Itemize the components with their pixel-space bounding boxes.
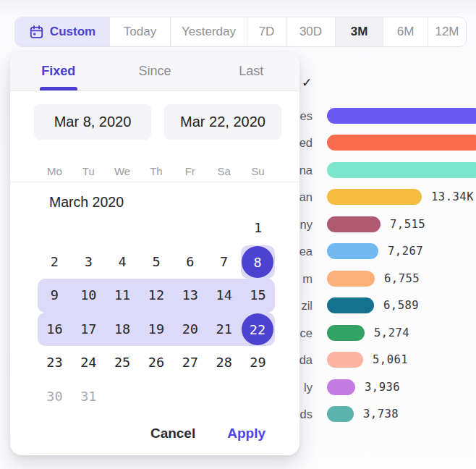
day-cell-14[interactable]: 14 <box>207 279 241 313</box>
day-cell-26[interactable]: 26 <box>140 346 174 380</box>
check-icon: ✓ <box>302 75 312 90</box>
day-cell-6[interactable]: 6 <box>173 245 207 279</box>
day-cell-3[interactable]: 3 <box>72 245 106 279</box>
day-cell-18[interactable]: 18 <box>106 313 140 347</box>
day-cell-24[interactable]: 24 <box>72 346 106 380</box>
day-cell-13[interactable]: 13 <box>173 279 207 313</box>
calendar-week-row: 3031 <box>38 380 275 414</box>
chart-bar <box>327 271 375 287</box>
empty-day-cell <box>173 380 207 414</box>
day-cell-15[interactable]: 15 <box>241 279 275 313</box>
day-cell-29[interactable]: 29 <box>241 346 275 380</box>
chart-bar <box>327 325 365 341</box>
day-cell-5[interactable]: 5 <box>140 245 174 279</box>
day-cell-12[interactable]: 12 <box>140 279 174 313</box>
chart-row-label: ea <box>299 243 313 259</box>
chart-row-value: 5,274 <box>374 325 409 341</box>
chart-row-label: ce <box>300 325 313 341</box>
chart-row-label: an <box>299 189 313 205</box>
weekday-label: Su <box>241 161 275 182</box>
chart-row-value: 7,267 <box>388 243 423 259</box>
calendar-week-row: 23242526272829 <box>38 346 275 380</box>
day-cell-23[interactable]: 23 <box>38 346 72 380</box>
start-date-field[interactable]: Mar 8, 2020 <box>34 104 151 140</box>
day-cell-11[interactable]: 11 <box>106 279 140 313</box>
chart-row-value: 3,936 <box>365 379 400 395</box>
chart-bar <box>327 135 476 151</box>
chart-bar <box>327 162 476 178</box>
empty-day-cell <box>207 380 241 414</box>
day-cell-16[interactable]: 16 <box>38 313 72 347</box>
day-cell-31: 31 <box>72 380 106 414</box>
divider <box>10 182 299 182</box>
chart-row-label: es <box>300 108 313 124</box>
chart-row-value: 6,589 <box>383 297 419 313</box>
screen: esednaan13.34Kny7,515ea7,267m6,755zil6,5… <box>0 0 476 469</box>
chart-bar <box>327 297 374 313</box>
day-cell-25[interactable]: 25 <box>106 346 140 380</box>
picker-footer: Cancel Apply <box>150 423 265 444</box>
weekday-label: Sa <box>207 161 241 182</box>
chart-bar <box>327 189 422 205</box>
day-cell-2[interactable]: 2 <box>38 245 72 279</box>
calendar-week-row: 16171819202122 <box>38 313 275 347</box>
apply-button[interactable]: Apply <box>227 426 265 441</box>
tab-fixed[interactable]: Fixed <box>10 52 106 90</box>
calendar-week-row: 1 <box>38 211 275 245</box>
empty-day-cell <box>38 211 72 245</box>
empty-day-cell <box>72 211 106 245</box>
chart-row-value: 5,061 <box>373 352 408 368</box>
day-cell-4[interactable]: 4 <box>106 245 140 279</box>
weekday-label: Tu <box>72 161 106 182</box>
day-cell-7[interactable]: 7 <box>207 245 241 279</box>
tab-last[interactable]: Last <box>203 52 299 90</box>
cancel-button[interactable]: Cancel <box>150 426 195 441</box>
month-title: March 2020 <box>49 194 124 211</box>
calendar-week-row: 9101112131415 <box>38 279 275 313</box>
empty-day-cell <box>207 211 241 245</box>
chart-row-value: 13.34K <box>431 189 474 205</box>
weekday-label: We <box>106 161 140 182</box>
chart-row-label: ds <box>300 406 313 422</box>
day-cell-28[interactable]: 28 <box>207 346 241 380</box>
day-cell-30: 30 <box>38 380 72 414</box>
weekday-header: MoTuWeThFrSaSu <box>38 161 275 182</box>
day-cell-19[interactable]: 19 <box>140 313 174 347</box>
chart-bar <box>327 108 476 124</box>
chart-row-label: ny <box>300 216 313 232</box>
chart-row-label: na <box>299 162 313 178</box>
empty-day-cell <box>140 211 174 245</box>
chart-row-label: ed <box>299 135 313 151</box>
chart-bar <box>327 379 355 395</box>
day-cell-20[interactable]: 20 <box>173 313 207 347</box>
weekday-label: Th <box>140 161 174 182</box>
day-cell-1[interactable]: 1 <box>241 211 275 245</box>
calendar-week-row: 2345678 <box>38 245 275 279</box>
weekday-label: Mo <box>38 161 72 182</box>
selected-day-start[interactable]: 8 <box>242 246 273 278</box>
empty-day-cell <box>140 380 174 414</box>
empty-day-cell <box>173 211 207 245</box>
end-date-field[interactable]: Mar 22, 2020 <box>164 104 281 140</box>
empty-day-cell <box>106 380 140 414</box>
day-cell-27[interactable]: 27 <box>173 346 207 380</box>
chart-row-label: zil <box>301 297 313 313</box>
selected-day-end[interactable]: 22 <box>242 313 273 345</box>
chart-row-label: da <box>299 352 313 368</box>
picker-tabs: Fixed Since Last <box>10 52 299 91</box>
day-cell-9[interactable]: 9 <box>38 279 72 313</box>
tab-since[interactable]: Since <box>106 52 203 90</box>
empty-day-cell <box>241 380 275 414</box>
chart-row-label: m <box>302 271 313 287</box>
day-cell-21[interactable]: 21 <box>207 313 241 347</box>
chart-bar <box>327 352 363 368</box>
chart-row-value: 7,515 <box>390 216 425 232</box>
chart-bar <box>327 243 378 259</box>
weekday-label: Fr <box>173 161 207 182</box>
chart-row-label: ly <box>304 379 313 395</box>
active-tab-underline <box>40 87 77 90</box>
chart-row-value: 3,738 <box>363 406 399 422</box>
chart-row-value: 6,755 <box>384 271 420 287</box>
day-cell-10[interactable]: 10 <box>72 279 106 313</box>
day-cell-17[interactable]: 17 <box>72 313 106 347</box>
